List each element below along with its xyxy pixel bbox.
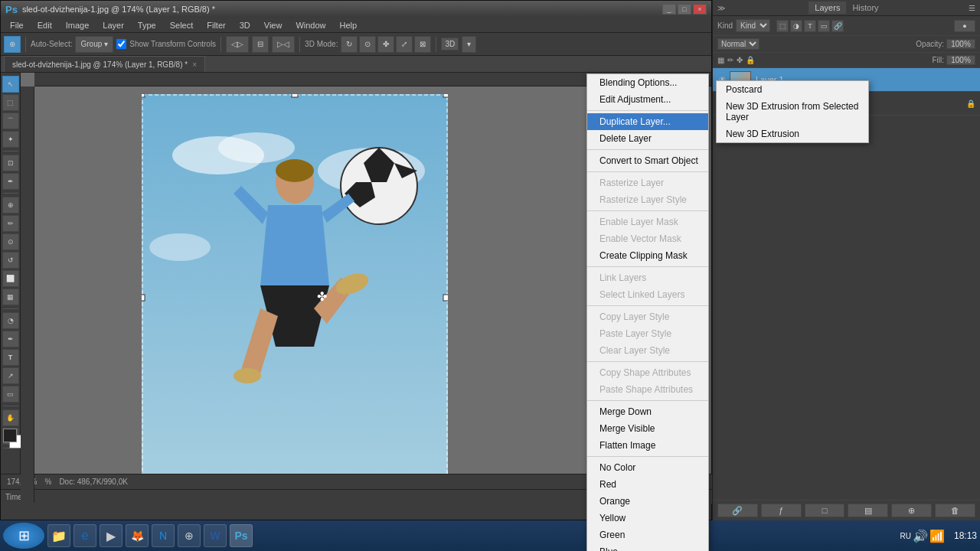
lock-all-icon[interactable]: 🔒: [746, 56, 755, 64]
filter-toggle-btn[interactable]: ●: [954, 20, 975, 32]
pen-tool[interactable]: ✒: [2, 331, 19, 347]
panel-expand-icon[interactable]: ≫: [717, 4, 725, 12]
hand-tool[interactable]: ✋: [2, 409, 19, 426]
minimize-button[interactable]: _: [662, 4, 676, 15]
menu-image[interactable]: Image: [60, 19, 96, 31]
gradient-tool[interactable]: ▦: [2, 289, 19, 305]
pixel-filter-btn[interactable]: ⬚: [776, 20, 789, 32]
ctx-create-clipping-mask[interactable]: Create Clipping Mask: [587, 247, 708, 264]
menu-edit[interactable]: Edit: [31, 19, 58, 31]
maximize-button[interactable]: □: [678, 4, 691, 15]
history-brush-tool[interactable]: ↺: [2, 252, 19, 269]
add-mask-btn[interactable]: □: [805, 504, 845, 517]
panel-menu-icon[interactable]: ☰: [969, 4, 975, 12]
kind-dropdown[interactable]: Kind: [736, 19, 770, 32]
move-tool-icon[interactable]: ⊕: [4, 36, 21, 53]
ctx-no-color[interactable]: No Color: [587, 459, 708, 476]
lock-transparent-icon[interactable]: ▦: [717, 56, 724, 64]
clone-tool[interactable]: ⊙: [2, 233, 19, 250]
menu-filter[interactable]: Filter: [201, 19, 231, 31]
3d-pan-btn[interactable]: ✤: [377, 36, 394, 53]
align-right-btn[interactable]: ▷◁: [272, 36, 295, 53]
menu-select[interactable]: Select: [164, 19, 200, 31]
shape-filter-btn[interactable]: ▭: [818, 20, 830, 32]
smart-filter-btn[interactable]: 🔗: [831, 20, 844, 32]
align-left-btn[interactable]: ◁▷: [226, 36, 249, 53]
svg-rect-15: [443, 295, 448, 301]
magic-wand-tool[interactable]: ✦: [2, 131, 19, 148]
create-group-btn[interactable]: ▤: [848, 504, 888, 517]
tab-layers[interactable]: Layers: [808, 2, 846, 14]
ctx-merge-visible[interactable]: Merge Visible: [587, 420, 708, 437]
create-adjustment-btn[interactable]: ⊕: [891, 504, 932, 517]
menu-view[interactable]: View: [258, 19, 289, 31]
ctx-separator-1: [587, 110, 708, 111]
crop-tool[interactable]: ⊡: [2, 155, 19, 171]
3d-scale-btn[interactable]: ⊠: [414, 36, 431, 53]
brush-tool[interactable]: ✏: [2, 215, 19, 232]
popup-new-3d-extrusion[interactable]: New 3D Extrusion: [717, 126, 868, 142]
ctx-duplicate-layer[interactable]: Duplicate Layer...: [587, 113, 708, 130]
foreground-color-chip[interactable]: [3, 429, 17, 442]
menu-layer[interactable]: Layer: [96, 19, 130, 31]
ctx-edit-adjustment[interactable]: Edit Adjustment...: [587, 91, 708, 108]
add-layer-style-btn[interactable]: ƒ: [761, 504, 802, 517]
dodge-tool[interactable]: ◔: [2, 312, 19, 329]
auto-select-dropdown[interactable]: Group ▾: [75, 36, 113, 53]
ctx-flatten-image[interactable]: Flatten Image: [587, 437, 708, 454]
eyedropper-tool[interactable]: ✒: [2, 173, 19, 190]
lock-image-icon[interactable]: ✏: [727, 56, 733, 64]
taskbar-explorer[interactable]: 📁: [47, 524, 70, 547]
menu-type[interactable]: Type: [132, 19, 162, 31]
taskbar-ps-active[interactable]: Ps: [230, 524, 253, 547]
ctx-blending-options[interactable]: Blending Options...: [587, 74, 708, 91]
close-button[interactable]: ×: [693, 4, 707, 15]
menu-help[interactable]: Help: [334, 19, 364, 31]
select-tool[interactable]: ⬚: [2, 94, 19, 111]
3d-rotate-btn[interactable]: ↻: [341, 36, 358, 53]
taskbar-media[interactable]: ▶: [100, 524, 122, 547]
taskbar-ie[interactable]: e: [74, 524, 96, 547]
opacity-input[interactable]: [946, 39, 975, 49]
fill-input[interactable]: [946, 55, 975, 65]
link-layers-btn[interactable]: 🔗: [717, 504, 758, 517]
spot-heal-tool[interactable]: ⊕: [2, 197, 19, 214]
start-button[interactable]: ⊞: [3, 523, 44, 549]
menu-3d[interactable]: 3D: [234, 19, 256, 31]
taskbar-firefox[interactable]: 🦊: [126, 524, 149, 547]
ctx-merge-down[interactable]: Merge Down: [587, 403, 708, 420]
adjustment-filter-btn[interactable]: ◑: [790, 20, 802, 32]
ctx-yellow[interactable]: Yellow: [587, 510, 708, 527]
popup-postcard[interactable]: Postcard: [717, 81, 868, 98]
align-center-btn[interactable]: ⊟: [252, 36, 269, 53]
tab-history[interactable]: History: [846, 2, 884, 14]
text-tool[interactable]: T: [2, 349, 19, 366]
ctx-blue[interactable]: Blue: [587, 543, 708, 551]
doc-tab-close[interactable]: ×: [192, 60, 197, 69]
taskbar-chrome[interactable]: ⊕: [178, 524, 201, 547]
transform-controls-checkbox[interactable]: [116, 39, 126, 49]
taskbar-word[interactable]: W: [204, 524, 227, 547]
blend-mode-dropdown[interactable]: Normal: [717, 38, 760, 50]
type-filter-btn[interactable]: T: [804, 20, 816, 32]
ctx-delete-layer[interactable]: Delete Layer: [587, 130, 708, 147]
3d-slide-btn[interactable]: ⤢: [396, 36, 413, 53]
document-tab[interactable]: sled-ot-dvizhenija-1.jpg @ 174% (Layer 1…: [4, 56, 205, 72]
3d-roll-btn[interactable]: ⊙: [359, 36, 376, 53]
ctx-green[interactable]: Green: [587, 527, 708, 543]
popup-new-3d-extrusion-from-selected[interactable]: New 3D Extrusion from Selected Layer: [717, 98, 868, 126]
ctx-convert-smart-object[interactable]: Convert to Smart Object: [587, 152, 708, 169]
move-tool[interactable]: ↖: [2, 76, 19, 93]
taskbar-nod[interactable]: N: [152, 524, 175, 547]
delete-layer-btn[interactable]: 🗑: [935, 504, 975, 517]
eraser-tool[interactable]: ⬜: [2, 270, 19, 287]
menu-window[interactable]: Window: [289, 19, 332, 31]
lock-position-icon[interactable]: ✤: [737, 56, 743, 64]
shape-tool[interactable]: ▭: [2, 386, 19, 403]
menu-file[interactable]: File: [4, 19, 30, 31]
path-select-tool[interactable]: ↗: [2, 367, 19, 384]
ctx-red[interactable]: Red: [587, 476, 708, 493]
3d-value-dropdown[interactable]: ▾: [462, 36, 476, 53]
ctx-orange[interactable]: Orange: [587, 493, 708, 510]
lasso-tool[interactable]: ⌒: [2, 112, 19, 129]
